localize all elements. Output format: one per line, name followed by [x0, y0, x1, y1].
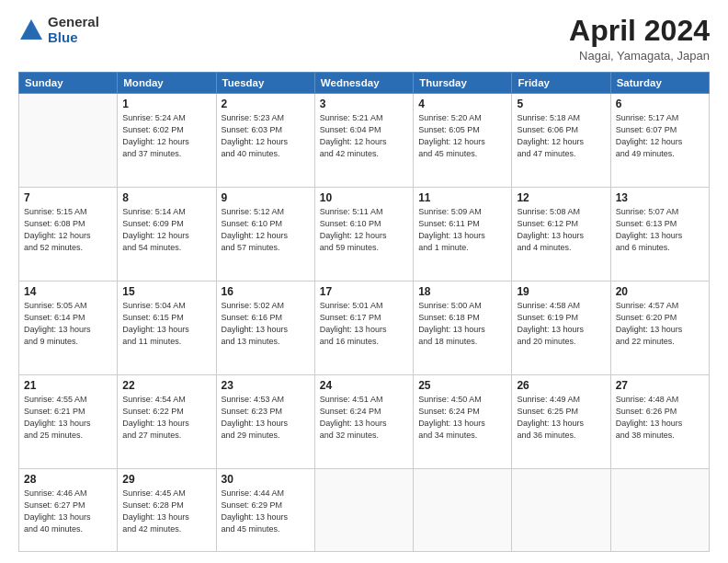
calendar-cell — [610, 468, 709, 551]
day-number: 22 — [122, 379, 210, 392]
day-number: 15 — [122, 285, 210, 298]
calendar-cell — [414, 468, 512, 551]
day-info: Sunrise: 5:01 AM Sunset: 6:17 PM Dayligh… — [320, 300, 408, 348]
calendar-cell — [314, 468, 413, 551]
day-number: 1 — [122, 98, 210, 110]
calendar-cell: 25Sunrise: 4:50 AM Sunset: 6:24 PM Dayli… — [414, 374, 512, 468]
day-info: Sunrise: 5:15 AM Sunset: 6:08 PM Dayligh… — [24, 206, 112, 254]
day-info: Sunrise: 5:23 AM Sunset: 6:03 PM Dayligh… — [222, 112, 310, 160]
day-info: Sunrise: 5:20 AM Sunset: 6:05 PM Dayligh… — [418, 112, 506, 160]
day-number: 16 — [222, 285, 310, 298]
calendar-day-header: Friday — [512, 73, 610, 94]
day-number: 5 — [517, 98, 605, 110]
calendar-cell: 18Sunrise: 5:00 AM Sunset: 6:18 PM Dayli… — [414, 281, 512, 374]
calendar-day-header: Wednesday — [314, 73, 413, 94]
day-info: Sunrise: 4:46 AM Sunset: 6:27 PM Dayligh… — [24, 488, 112, 535]
logo-general-text: General — [48, 15, 99, 30]
calendar-cell: 26Sunrise: 4:49 AM Sunset: 6:25 PM Dayli… — [512, 374, 610, 468]
calendar-week-row: 21Sunrise: 4:55 AM Sunset: 6:21 PM Dayli… — [19, 374, 710, 468]
calendar-cell: 23Sunrise: 4:53 AM Sunset: 6:23 PM Dayli… — [216, 374, 314, 468]
page: General Blue April 2024 Nagai, Yamagata,… — [0, 0, 728, 563]
calendar-cell: 21Sunrise: 4:55 AM Sunset: 6:21 PM Dayli… — [19, 374, 118, 468]
day-info: Sunrise: 5:21 AM Sunset: 6:04 PM Dayligh… — [320, 112, 408, 160]
day-number: 10 — [320, 191, 408, 204]
calendar-cell: 9Sunrise: 5:12 AM Sunset: 6:10 PM Daylig… — [216, 188, 314, 282]
day-info: Sunrise: 4:48 AM Sunset: 6:26 PM Dayligh… — [616, 394, 704, 442]
calendar-cell: 15Sunrise: 5:04 AM Sunset: 6:15 PM Dayli… — [118, 281, 216, 374]
day-info: Sunrise: 4:53 AM Sunset: 6:23 PM Dayligh… — [222, 394, 310, 442]
day-number: 23 — [222, 379, 310, 392]
day-info: Sunrise: 5:05 AM Sunset: 6:14 PM Dayligh… — [24, 300, 112, 348]
calendar-cell: 2Sunrise: 5:23 AM Sunset: 6:03 PM Daylig… — [216, 94, 314, 188]
calendar-day-header: Monday — [118, 73, 216, 94]
day-number: 9 — [222, 191, 310, 204]
calendar-week-row: 28Sunrise: 4:46 AM Sunset: 6:27 PM Dayli… — [19, 468, 710, 551]
calendar-day-header: Tuesday — [216, 73, 314, 94]
day-info: Sunrise: 4:58 AM Sunset: 6:19 PM Dayligh… — [517, 300, 605, 348]
day-info: Sunrise: 5:04 AM Sunset: 6:15 PM Dayligh… — [122, 300, 210, 348]
day-info: Sunrise: 5:08 AM Sunset: 6:12 PM Dayligh… — [517, 206, 605, 254]
calendar-cell: 20Sunrise: 4:57 AM Sunset: 6:20 PM Dayli… — [610, 281, 709, 374]
calendar-cell: 24Sunrise: 4:51 AM Sunset: 6:24 PM Dayli… — [314, 374, 413, 468]
calendar-cell: 22Sunrise: 4:54 AM Sunset: 6:22 PM Dayli… — [118, 374, 216, 468]
day-info: Sunrise: 5:00 AM Sunset: 6:18 PM Dayligh… — [418, 300, 506, 348]
month-title: April 2024 — [569, 15, 710, 47]
calendar-cell: 4Sunrise: 5:20 AM Sunset: 6:05 PM Daylig… — [414, 94, 512, 188]
day-number: 24 — [320, 379, 408, 392]
day-info: Sunrise: 4:57 AM Sunset: 6:20 PM Dayligh… — [616, 300, 704, 348]
calendar-cell — [512, 468, 610, 551]
day-info: Sunrise: 5:18 AM Sunset: 6:06 PM Dayligh… — [517, 112, 605, 160]
calendar-week-row: 1Sunrise: 5:24 AM Sunset: 6:02 PM Daylig… — [19, 94, 710, 188]
day-info: Sunrise: 4:45 AM Sunset: 6:28 PM Dayligh… — [122, 488, 210, 535]
calendar-week-row: 14Sunrise: 5:05 AM Sunset: 6:14 PM Dayli… — [19, 281, 710, 374]
calendar-cell: 27Sunrise: 4:48 AM Sunset: 6:26 PM Dayli… — [610, 374, 709, 468]
calendar-table: SundayMondayTuesdayWednesdayThursdayFrid… — [18, 72, 710, 552]
day-number: 26 — [517, 379, 605, 392]
day-number: 3 — [320, 98, 408, 110]
day-number: 28 — [24, 473, 112, 486]
calendar-cell: 17Sunrise: 5:01 AM Sunset: 6:17 PM Dayli… — [314, 281, 413, 374]
day-info: Sunrise: 5:07 AM Sunset: 6:13 PM Dayligh… — [616, 206, 704, 254]
calendar-cell: 13Sunrise: 5:07 AM Sunset: 6:13 PM Dayli… — [610, 188, 709, 282]
day-info: Sunrise: 5:11 AM Sunset: 6:10 PM Dayligh… — [320, 206, 408, 254]
calendar-cell — [19, 94, 118, 188]
day-info: Sunrise: 4:54 AM Sunset: 6:22 PM Dayligh… — [122, 394, 210, 442]
calendar-cell: 29Sunrise: 4:45 AM Sunset: 6:28 PM Dayli… — [118, 468, 216, 551]
day-info: Sunrise: 4:50 AM Sunset: 6:24 PM Dayligh… — [418, 394, 506, 442]
day-info: Sunrise: 5:24 AM Sunset: 6:02 PM Dayligh… — [122, 112, 210, 160]
day-info: Sunrise: 5:09 AM Sunset: 6:11 PM Dayligh… — [418, 206, 506, 254]
header: General Blue April 2024 Nagai, Yamagata,… — [18, 15, 710, 63]
calendar-cell: 12Sunrise: 5:08 AM Sunset: 6:12 PM Dayli… — [512, 188, 610, 282]
day-number: 18 — [418, 285, 506, 298]
day-number: 8 — [122, 191, 210, 204]
calendar-cell: 7Sunrise: 5:15 AM Sunset: 6:08 PM Daylig… — [19, 188, 118, 282]
day-info: Sunrise: 5:12 AM Sunset: 6:10 PM Dayligh… — [222, 206, 310, 254]
calendar-cell: 30Sunrise: 4:44 AM Sunset: 6:29 PM Dayli… — [216, 468, 314, 551]
calendar-cell: 6Sunrise: 5:17 AM Sunset: 6:07 PM Daylig… — [610, 94, 709, 188]
day-number: 12 — [517, 191, 605, 204]
day-number: 4 — [418, 98, 506, 110]
day-number: 13 — [616, 191, 704, 204]
day-number: 19 — [517, 285, 605, 298]
calendar-cell: 8Sunrise: 5:14 AM Sunset: 6:09 PM Daylig… — [118, 188, 216, 282]
day-number: 14 — [24, 285, 112, 298]
day-info: Sunrise: 4:44 AM Sunset: 6:29 PM Dayligh… — [222, 488, 310, 535]
calendar-day-header: Sunday — [19, 73, 118, 94]
calendar-cell: 10Sunrise: 5:11 AM Sunset: 6:10 PM Dayli… — [314, 188, 413, 282]
day-number: 2 — [222, 98, 310, 110]
calendar-day-header: Thursday — [414, 73, 512, 94]
calendar-cell: 16Sunrise: 5:02 AM Sunset: 6:16 PM Dayli… — [216, 281, 314, 374]
day-number: 17 — [320, 285, 408, 298]
logo-blue-text: Blue — [48, 30, 99, 46]
day-number: 6 — [616, 98, 704, 110]
day-info: Sunrise: 5:17 AM Sunset: 6:07 PM Dayligh… — [616, 112, 704, 160]
day-number: 11 — [418, 191, 506, 204]
day-number: 20 — [616, 285, 704, 298]
calendar-header-row: SundayMondayTuesdayWednesdayThursdayFrid… — [19, 73, 710, 94]
calendar-week-row: 7Sunrise: 5:15 AM Sunset: 6:08 PM Daylig… — [19, 188, 710, 282]
day-number: 30 — [222, 473, 310, 486]
logo: General Blue — [18, 15, 99, 45]
calendar-cell: 28Sunrise: 4:46 AM Sunset: 6:27 PM Dayli… — [19, 468, 118, 551]
calendar-cell: 19Sunrise: 4:58 AM Sunset: 6:19 PM Dayli… — [512, 281, 610, 374]
calendar-day-header: Saturday — [610, 73, 709, 94]
